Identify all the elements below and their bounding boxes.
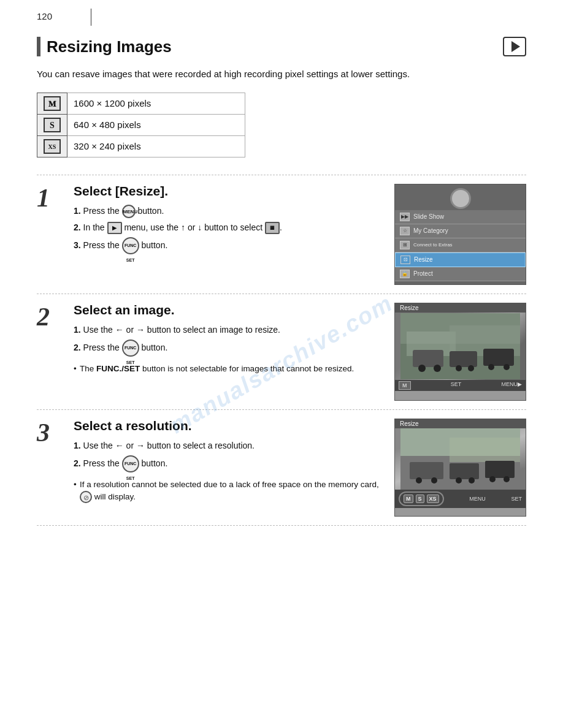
left-arrow-icon-3: ←	[115, 441, 124, 450]
step-3-number-col: 3	[37, 419, 74, 446]
step-1-number-col: 1	[37, 184, 74, 211]
svg-point-23	[469, 477, 475, 483]
screen2-set-label: SET	[451, 381, 462, 390]
svg-rect-6	[483, 349, 514, 366]
svg-point-10	[468, 365, 474, 371]
step-1-content: Select [Resize]. 1. Press the MENU butto…	[74, 184, 394, 258]
page-title: Resizing Images	[47, 37, 172, 56]
pixel-label-s: 640 × 480 pixels	[67, 114, 245, 135]
screen1-top	[395, 184, 526, 210]
pixel-icon-s: S	[37, 114, 67, 135]
resize-icon: ▦	[265, 222, 280, 234]
slideshow-icon: ▶▶	[400, 213, 410, 221]
down-arrow-icon: ↓	[197, 222, 202, 232]
step-1-num-1: 1.	[74, 206, 81, 216]
step-3: 3 Select a resolution. 1. Use the ← or →…	[37, 409, 526, 526]
pixel-label-xs: 320 × 240 pixels	[67, 135, 245, 157]
step-3-sub-1: 1. Use the ← or → button to select a res…	[74, 439, 386, 452]
step-3-screen: Resize	[394, 419, 526, 517]
screen3-photo-svg	[400, 428, 520, 490]
svg-rect-4	[413, 350, 443, 367]
func-set-icon-3: FUNCSET	[122, 455, 139, 472]
svg-rect-19	[485, 461, 515, 478]
screen3-set-label: SET	[511, 496, 522, 502]
step-3-num-1: 1.	[74, 441, 81, 450]
svg-rect-18	[450, 463, 479, 479]
step-2-num-2: 2.	[74, 342, 81, 352]
page-container: manualsarchive.com 120 Resizing Images Y…	[0, 0, 563, 728]
step-3-num-2: 2.	[74, 458, 81, 468]
step-3-title: Select a resolution.	[74, 419, 386, 433]
step-1-sub-3: 3. Press the FUNCSET button.	[74, 237, 386, 254]
svg-point-11	[488, 364, 494, 370]
pixel-icon-xs: XS	[37, 135, 67, 157]
svg-point-20	[416, 477, 422, 483]
func-set-icon-1: FUNCSET	[122, 237, 139, 254]
s-icon: S	[44, 118, 61, 132]
screen1-item-resize: ⊡ Resize	[395, 252, 526, 267]
right-arrow-icon-3: →	[136, 441, 145, 450]
screen1-item-mycategory: ☆ My Category	[395, 224, 526, 238]
screen1-circle-icon	[450, 188, 471, 209]
step-2: 2 Select an image. 1. Use the ← or → but…	[37, 294, 526, 409]
svg-rect-16	[450, 438, 520, 462]
step-1-num-2: 2.	[74, 222, 81, 232]
screen2-menu-label: MENU▶	[501, 381, 522, 390]
step-2-note: The FUNC./SET button is not selectable f…	[74, 363, 386, 375]
connect-label: Connect to Extras	[413, 242, 453, 248]
resize-menu-icon: ⊡	[400, 256, 410, 264]
screen2-photo	[395, 313, 526, 380]
table-row: XS 320 × 240 pixels	[37, 135, 245, 157]
steps-container: 1 Select [Resize]. 1. Press the MENU but…	[37, 175, 526, 526]
step-1-title: Select [Resize].	[74, 184, 386, 199]
svg-point-24	[489, 476, 496, 482]
screen2-photo-svg	[400, 313, 520, 379]
step-2-title: Select an image.	[74, 303, 386, 317]
pixel-label-m: 1600 × 1200 pixels	[67, 93, 245, 114]
screen1-item-protect: 🔒 Protect	[395, 267, 526, 281]
connect-icon: ⊞	[400, 241, 410, 249]
xs-icon: XS	[44, 139, 61, 154]
no-symbol-icon: ⊘	[80, 491, 92, 503]
svg-point-7	[418, 365, 426, 372]
playback-triangle	[511, 41, 520, 52]
step-3-note: If a resolution cannot be selected due t…	[74, 479, 386, 504]
svg-point-8	[434, 365, 441, 372]
step-1: 1 Select [Resize]. 1. Press the MENU but…	[37, 175, 526, 294]
right-arrow-icon-2: →	[136, 325, 145, 335]
step-1-screen: ▶▶ Slide Show ☆ My Category ⊞ Connect to…	[394, 184, 526, 285]
playback-icon	[503, 37, 526, 56]
step-1-number: 1	[37, 185, 50, 211]
step-3-sub-2: 2. Press the FUNCSET button.	[74, 455, 386, 472]
pixel-table: 𝐌 1600 × 1200 pixels S 640 × 480 pixels …	[37, 93, 245, 157]
svg-point-12	[504, 364, 510, 370]
step-2-number: 2	[37, 304, 50, 330]
slideshow-label: Slide Show	[413, 213, 444, 220]
svg-point-25	[504, 476, 510, 482]
step-1-num-3: 3.	[74, 240, 81, 250]
m-icon: 𝐌	[44, 96, 61, 111]
screen2-label: Resize	[395, 303, 526, 313]
step-2-sub-2: 2. Press the FUNCSET button.	[74, 339, 386, 357]
title-section: Resizing Images	[37, 37, 526, 56]
step-3-number: 3	[37, 420, 50, 446]
svg-point-9	[456, 365, 462, 371]
step-3-content: Select a resolution. 1. Use the ← or → b…	[74, 419, 394, 504]
step-2-screen: Resize	[394, 303, 526, 401]
up-arrow-icon: ↑	[181, 222, 185, 232]
svg-point-22	[456, 477, 462, 483]
protect-label: Protect	[413, 270, 433, 277]
table-row: S 640 × 480 pixels	[37, 114, 245, 135]
left-arrow-icon-2: ←	[115, 325, 124, 335]
svg-rect-5	[450, 351, 477, 367]
menu-button-icon: MENU	[122, 205, 136, 218]
screen2-m-badge: M	[399, 381, 411, 390]
intro-text: You can resave images that were recorded…	[37, 67, 526, 82]
svg-rect-17	[410, 462, 443, 479]
table-row: 𝐌 1600 × 1200 pixels	[37, 93, 245, 114]
playback-menu-icon: ▶	[107, 222, 122, 234]
func-set-icon-2: FUNCSET	[122, 339, 139, 357]
screen3-bottom: M S XS MENU SET	[395, 490, 526, 508]
screen2-bottom: M SET MENU▶	[395, 380, 526, 391]
m-size-btn: M	[404, 495, 413, 503]
